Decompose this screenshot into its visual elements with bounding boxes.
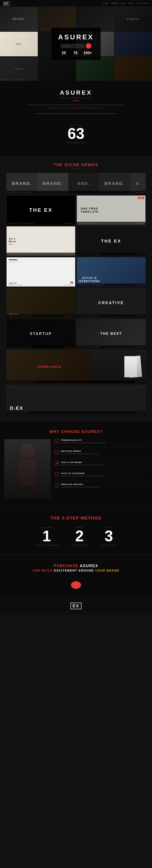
step-2-desc: ONE CLICK IMPORT xyxy=(71,545,88,546)
cta-btn-wrapper: → xyxy=(4,577,148,589)
feature-text-3: FAST & OPTIMIZED Built for speed and per… xyxy=(61,461,104,466)
step-1-desc: PURCHASE & DOWNLOAD xyxy=(35,545,58,546)
demo-meta-theex: FREELANCER / STYLE BRANDING VIEW DEMO xyxy=(6,222,75,225)
demo-link-interior[interactable]: VIEW DEMO xyxy=(64,315,73,316)
hero-form-btn[interactable]: → xyxy=(86,43,91,49)
nav-info[interactable]: INFO xyxy=(121,2,126,4)
demo-link-theex2[interactable]: VIEW DEMO xyxy=(135,253,144,255)
about-desc-1: Asurex is a powerful and versatile WordP… xyxy=(25,103,127,110)
header-logo: EX xyxy=(3,2,9,5)
demo-meta-brand: BRANDING / STYLE BRANDING VIEW DEMO xyxy=(6,191,146,194)
demo-link-template[interactable]: VIEW DEMO xyxy=(135,223,144,224)
step-1-num: 1 xyxy=(35,528,58,544)
steps-title-highlight: 3-STEP xyxy=(62,516,79,520)
demo-label-minimal: MINIMAL / CLEAN xyxy=(8,284,22,286)
demo-card-creative[interactable]: CREATIVE CREATIVE / STYLE BRANDING VIEW … xyxy=(77,288,146,318)
mosaic-cell-4: STARTUP xyxy=(114,7,152,31)
demos-subtitle: DEMOS xyxy=(4,168,148,169)
demo-card-best[interactable]: THE BEST MODERN / STYLE BRANDING VIEW DE… xyxy=(77,319,146,348)
demo-meta-style: FREELANCER / STYLE BRANDING VIEW DEMO xyxy=(77,284,146,286)
about-section: ASUREX MULTIPURPOSE THEME Asurex is a po… xyxy=(0,81,152,156)
hero-center-overlay: THE MULTIPURPOSE THEME ASUREX → 25 PREMI… xyxy=(51,28,101,60)
cta-button[interactable]: → xyxy=(71,581,81,589)
footer: EX xyxy=(0,597,152,614)
why-features: ★ PREMIUM QUALITY Every element crafted … xyxy=(55,439,148,494)
demo-link-theex[interactable]: VIEW DEMO xyxy=(64,223,73,224)
demo-card-interior[interactable]: THE EX INTERIOR / STYLE BRANDING VIEW DE… xyxy=(6,288,75,318)
feature-text-1: PREMIUM QUALITY Every element crafted wi… xyxy=(61,439,106,444)
mosaic-cell-5: AND. xyxy=(0,32,38,56)
feature-title-4: EASY TO CUSTOMIZE xyxy=(61,472,104,474)
feature-icon-5: ♦ xyxy=(55,483,59,488)
demo-meta-work: FREELANCER / STYLE BRANDING VIEW DEMO xyxy=(6,253,75,256)
demo-label-dex: URBAN / STYLE BRANDING xyxy=(8,412,29,413)
demo-link-dex[interactable]: VIEW DEMO xyxy=(135,412,144,413)
demo-link-best[interactable]: VIEW DEMO xyxy=(135,346,144,347)
nav-docs[interactable]: DOCS xyxy=(128,2,134,4)
demo-link-creative[interactable]: VIEW DEMO xyxy=(135,315,144,316)
hero-tagline: THE MULTIPURPOSE THEME xyxy=(58,31,94,32)
cta-line1: PURCHASE ASUREX xyxy=(4,563,148,568)
hero-banner: BRAND. THE EX. STARTUP AND. BRAND xyxy=(0,7,152,81)
demo-label-template: MODERN / STYLE BRANDING xyxy=(79,223,101,224)
hero-stat-3: 100+ FEATURES xyxy=(83,51,92,57)
demo-meta-minimal: MINIMAL / CLEAN VIEW DEMO xyxy=(6,284,75,286)
demo-meta-startup: STARTUP / STYLE BRANDING VIEW DEMO xyxy=(6,345,75,348)
demo-link-work[interactable]: VIEW DEMO xyxy=(64,253,73,255)
step-1: DOWNLOAD 1 PURCHASE & DOWNLOAD xyxy=(35,527,58,546)
hero-stat-2-num: 76 xyxy=(73,51,78,55)
demo-card-minimal[interactable]: THE EX 76 MINIMAL / CLEAN VIEW DEMO xyxy=(6,257,75,287)
steps-title: THE 3-STEP METHOD xyxy=(4,516,148,521)
demo-label-freelance: FREELANCER / STYLE BRANDING xyxy=(8,381,35,382)
footer-logo: EX xyxy=(5,603,147,609)
feature-title-3: FAST & OPTIMIZED xyxy=(61,461,104,463)
demo-card-brand[interactable]: BRAND. BRAND. AND. BRAND. B BRANDING / S… xyxy=(6,173,146,194)
demo-label-startup: STARTUP / STYLE BRANDING xyxy=(8,346,31,347)
cta-text: EXCITEMENT AROUND xyxy=(54,569,95,572)
demo-link-freelance[interactable]: VIEW DEMO xyxy=(135,381,144,382)
demos-title-highlight: NICHE xyxy=(65,163,80,167)
steps-title-start: THE xyxy=(50,516,62,520)
demo-meta-template: MODERN / STYLE BRANDING VIEW DEMO xyxy=(77,222,146,225)
demo-label-theex2: MODERN / STYLE BRANDING xyxy=(79,253,101,255)
footer-logo-icon: EX xyxy=(71,603,82,609)
demo-label-creative: CREATIVE / STYLE BRANDING xyxy=(79,315,102,316)
step-2-num: 2 xyxy=(71,528,88,544)
feature-desc-2: 63+ unique demo websites ready to import… xyxy=(61,453,99,455)
demo-meta-dex: URBAN / STYLE BRANDING VIEW DEMO xyxy=(6,411,146,414)
steps-title-end: METHOD xyxy=(79,516,102,520)
demos-title-start: THE xyxy=(53,163,65,167)
why-content: ★ PREMIUM QUALITY Every element crafted … xyxy=(4,439,148,498)
demo-card-theex[interactable]: THE EX FREELANCER / STYLE BRANDING VIEW … xyxy=(6,195,75,225)
feature-icon-1: ★ xyxy=(55,439,59,443)
demo-card-work[interactable]: Ex'sWork FREELANCER / STYLE BRANDING VIE… xyxy=(6,226,75,256)
demo-grid: BRAND. BRAND. AND. BRAND. B BRANDING / S… xyxy=(4,173,148,414)
step-3-desc: BUILD YOUR SITE xyxy=(101,545,117,546)
demo-meta-interior: INTERIOR / STYLE BRANDING VIEW DEMO xyxy=(6,314,75,317)
hero-stat-2-label: DEMOS xyxy=(73,55,78,57)
demo-card-style[interactable]: STYLE ISEVERYTHING FREELANCER / STYLE BR… xyxy=(77,257,146,287)
why-title-start: WHY xyxy=(49,430,61,434)
demo-card-template[interactable]: ONE FREETEMPLATE FREE MODERN / STYLE BRA… xyxy=(77,195,146,225)
nav-demos[interactable]: DEMOS xyxy=(111,2,118,4)
demo-meta-theex2: MODERN / STYLE BRANDING VIEW DEMO xyxy=(77,253,146,256)
mosaic-cell-11 xyxy=(76,57,114,81)
demo-card-dex[interactable]: URBAN D.EX 21 / 21 / 21 URBAN / STYLE BR… xyxy=(6,385,146,414)
demo-link-startup[interactable]: VIEW DEMO xyxy=(64,346,73,347)
nav-home[interactable]: HOME xyxy=(103,2,109,4)
count-section: BUILT IN 63 DEMO WEBSITES xyxy=(13,120,139,148)
demo-link-brand[interactable]: VIEW DEMO xyxy=(135,192,144,193)
demo-card-theex2[interactable]: THE EX MODERN / STYLE BRANDING VIEW DEMO xyxy=(77,226,146,256)
hero-stat-2: 76 DEMOS xyxy=(73,51,78,57)
demo-card-freelance[interactable]: #FREELANCE FREELANCER / STYLE BRANDING V… xyxy=(6,350,146,384)
demo-link-style[interactable]: VIEW DEMO xyxy=(135,284,144,286)
demo-card-startup[interactable]: STARTUP STARTUP / STYLE BRANDING VIEW DE… xyxy=(6,319,75,348)
hero-form: → xyxy=(58,43,94,49)
demo-link-minimal[interactable]: VIEW DEMO xyxy=(64,284,73,286)
why-title: WHY CHOOSE ASUREX? xyxy=(4,430,148,434)
mosaic-cell-12 xyxy=(114,57,152,81)
step-2: IMPORT 2 ONE CLICK IMPORT xyxy=(71,527,88,546)
nav-buy[interactable]: BUY IT NOW xyxy=(137,2,149,4)
hero-email-input[interactable] xyxy=(61,44,84,48)
why-feature-5: ♦ REGULAR UPDATES Continuous improvement… xyxy=(55,483,148,491)
